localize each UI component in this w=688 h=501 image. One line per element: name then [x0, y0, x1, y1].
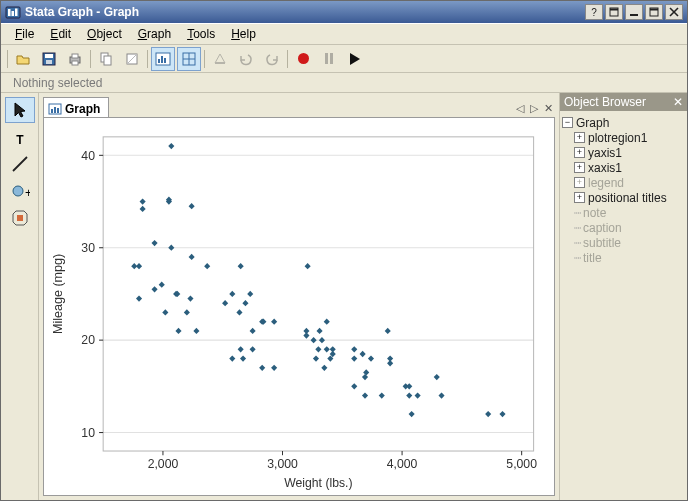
- svg-rect-3: [15, 9, 18, 17]
- menu-file[interactable]: File: [7, 25, 42, 43]
- selection-status: Nothing selected: [1, 73, 687, 93]
- svg-text:3,000: 3,000: [267, 457, 298, 471]
- svg-rect-32: [17, 215, 23, 221]
- svg-line-29: [13, 157, 27, 171]
- app-icon: [5, 4, 21, 20]
- play-button[interactable]: [343, 47, 367, 71]
- rename-button[interactable]: [120, 47, 144, 71]
- svg-text:4,000: 4,000: [387, 457, 418, 471]
- fit-tool[interactable]: [5, 205, 35, 231]
- selection-status-text: Nothing selected: [13, 76, 102, 90]
- svg-rect-1: [8, 9, 11, 16]
- toolbar: [1, 45, 687, 73]
- restore-down-button[interactable]: [605, 4, 623, 20]
- plot-panel[interactable]: 2,0003,0004,0005,00010203040Weight (lbs.…: [43, 117, 555, 496]
- tree-positional-titles[interactable]: +positional titles: [562, 190, 685, 205]
- minimize-button[interactable]: [625, 4, 643, 20]
- svg-text:20: 20: [81, 333, 95, 347]
- tree-plotregion1[interactable]: +plotregion1: [562, 130, 685, 145]
- object-browser: Object Browser ✕ −Graph +plotregion1 +ya…: [559, 93, 687, 500]
- svg-rect-35: [54, 107, 56, 113]
- svg-rect-37: [103, 137, 533, 451]
- menu-object[interactable]: Object: [79, 25, 130, 43]
- print-button[interactable]: [63, 47, 87, 71]
- svg-point-30: [13, 186, 23, 196]
- svg-rect-27: [215, 62, 225, 64]
- grid-edit-button[interactable]: [177, 47, 201, 71]
- menu-graph[interactable]: Graph: [130, 25, 179, 43]
- svg-rect-36: [57, 108, 59, 113]
- pointer-tool[interactable]: [5, 97, 35, 123]
- redo-button: [260, 47, 284, 71]
- menu-help[interactable]: Help: [223, 25, 264, 43]
- play-icon: [350, 53, 360, 65]
- tab-prev[interactable]: ◁: [514, 102, 526, 115]
- svg-text:5,000: 5,000: [506, 457, 537, 471]
- svg-rect-21: [158, 59, 160, 63]
- window: Stata Graph - Graph ? File Edit Object G…: [0, 0, 688, 501]
- svg-rect-22: [161, 56, 163, 63]
- object-browser-close[interactable]: ✕: [673, 95, 683, 109]
- object-browser-header[interactable]: Object Browser ✕: [560, 93, 687, 111]
- main-area: T + Graph ◁ ▷ ✕ 2,0003,0004,0005,000102: [1, 93, 687, 500]
- svg-rect-12: [45, 54, 53, 58]
- tab-row: Graph ◁ ▷ ✕: [43, 97, 555, 117]
- tree-caption[interactable]: ┈caption: [562, 220, 685, 235]
- tool-palette: T +: [1, 93, 39, 500]
- svg-text:T: T: [16, 133, 24, 147]
- maximize-button[interactable]: [645, 4, 663, 20]
- tab-label: Graph: [65, 102, 100, 116]
- object-tree: −Graph +plotregion1 +yaxis1 +xaxis1 +leg…: [560, 111, 687, 269]
- save-button[interactable]: [37, 47, 61, 71]
- svg-rect-34: [51, 109, 53, 113]
- text-tool[interactable]: T: [5, 124, 35, 150]
- svg-text:2,000: 2,000: [148, 457, 179, 471]
- svg-rect-2: [12, 11, 15, 16]
- svg-rect-13: [46, 60, 52, 64]
- object-browser-title: Object Browser: [564, 95, 646, 109]
- menu-tools[interactable]: Tools: [179, 25, 223, 43]
- svg-rect-18: [104, 56, 111, 65]
- pause-button: [317, 47, 341, 71]
- svg-rect-16: [72, 61, 78, 65]
- svg-text:Weight (lbs.): Weight (lbs.): [284, 475, 352, 489]
- window-title: Stata Graph - Graph: [25, 5, 139, 19]
- tab-close[interactable]: ✕: [542, 102, 555, 115]
- tree-note[interactable]: ┈note: [562, 205, 685, 220]
- tab-next[interactable]: ▷: [528, 102, 540, 115]
- titlebar[interactable]: Stata Graph - Graph ?: [1, 1, 687, 23]
- graph-area: Graph ◁ ▷ ✕ 2,0003,0004,0005,00010203040…: [39, 93, 559, 500]
- tab-graph[interactable]: Graph: [43, 97, 109, 117]
- svg-rect-15: [72, 54, 78, 58]
- record-button[interactable]: [291, 47, 315, 71]
- tree-root[interactable]: −Graph: [562, 115, 685, 130]
- svg-text:Mileage (mpg): Mileage (mpg): [52, 254, 66, 334]
- record-icon: [298, 53, 309, 64]
- graph-editor-button[interactable]: [151, 47, 175, 71]
- line-tool[interactable]: [5, 151, 35, 177]
- menubar: File Edit Object Graph Tools Help: [1, 23, 687, 45]
- svg-text:+: +: [25, 186, 30, 200]
- svg-text:30: 30: [81, 241, 95, 255]
- deselect-button: [208, 47, 232, 71]
- menu-edit[interactable]: Edit: [42, 25, 79, 43]
- tree-subtitle[interactable]: ┈subtitle: [562, 235, 685, 250]
- tree-xaxis1[interactable]: +xaxis1: [562, 160, 685, 175]
- graph-tab-icon: [48, 103, 62, 115]
- close-button[interactable]: [665, 4, 683, 20]
- tab-controls: ◁ ▷ ✕: [514, 102, 555, 115]
- svg-rect-23: [164, 58, 166, 63]
- help-button[interactable]: ?: [585, 4, 603, 20]
- tree-legend[interactable]: +legend: [562, 175, 685, 190]
- copy-button[interactable]: [94, 47, 118, 71]
- open-button[interactable]: [11, 47, 35, 71]
- scatter-plot: 2,0003,0004,0005,00010203040Weight (lbs.…: [44, 118, 554, 495]
- pause-icon: [325, 53, 333, 64]
- tree-yaxis1[interactable]: +yaxis1: [562, 145, 685, 160]
- tree-title[interactable]: ┈title: [562, 250, 685, 265]
- svg-text:40: 40: [81, 148, 95, 162]
- marker-tool[interactable]: +: [5, 178, 35, 204]
- undo-button: [234, 47, 258, 71]
- svg-text:10: 10: [81, 426, 95, 440]
